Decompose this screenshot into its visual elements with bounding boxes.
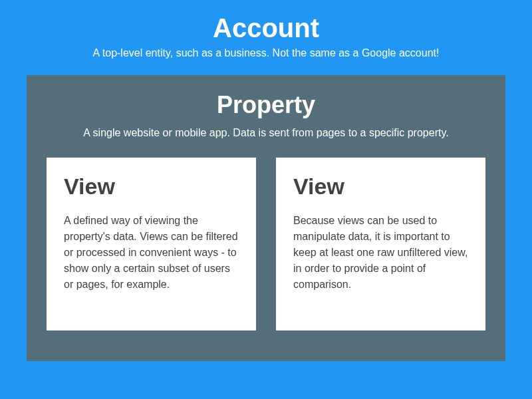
property-container: Property A single website or mobile app.… <box>27 75 505 361</box>
view-description: Because views can be used to manipulate … <box>293 213 468 293</box>
account-description: A top-level entity, such as a business. … <box>27 47 505 59</box>
view-title: View <box>293 174 468 200</box>
account-container: Account A top-level entity, such as a bu… <box>0 0 532 399</box>
property-title: Property <box>47 91 485 119</box>
property-description: A single website or mobile app. Data is … <box>47 127 485 139</box>
view-card-1: View A defined way of viewing the proper… <box>47 158 256 331</box>
account-title: Account <box>27 13 505 43</box>
views-row: View A defined way of viewing the proper… <box>47 158 485 331</box>
view-card-2: View Because views can be used to manipu… <box>276 158 485 331</box>
view-title: View <box>64 174 239 200</box>
view-description: A defined way of viewing the property's … <box>64 213 239 293</box>
